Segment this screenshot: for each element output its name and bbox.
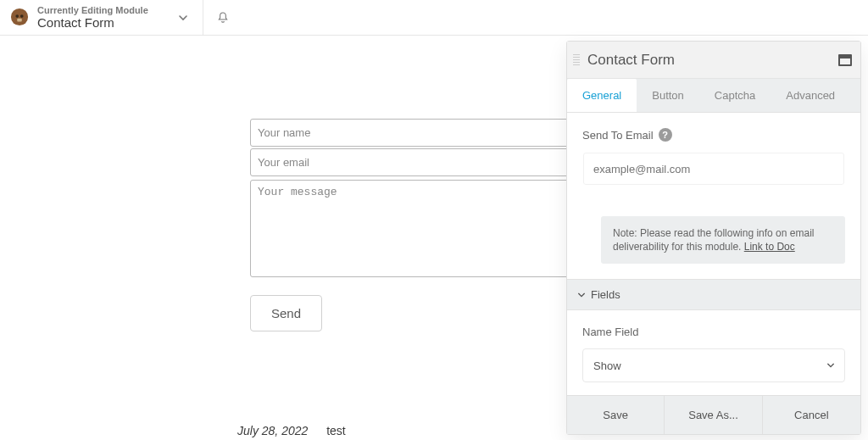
help-icon[interactable]: ? bbox=[659, 128, 672, 142]
deliverability-note: Note: Please read the following info on … bbox=[601, 216, 845, 264]
expand-icon[interactable] bbox=[838, 54, 852, 66]
post-title: test bbox=[326, 424, 346, 437]
tab-general[interactable]: General bbox=[567, 79, 637, 112]
beaver-logo-icon bbox=[10, 8, 29, 26]
send-button[interactable]: Send bbox=[250, 295, 322, 331]
post-date: July 28, 2022 bbox=[237, 424, 308, 437]
chevron-down-icon bbox=[178, 13, 188, 23]
send-to-email-text: Send To Email bbox=[582, 129, 654, 142]
name-field-value: Show bbox=[593, 359, 621, 372]
module-dropdown-caret[interactable] bbox=[164, 13, 203, 23]
tab-advanced[interactable]: Advanced bbox=[771, 79, 850, 112]
send-to-email-label: Send To Email ? bbox=[582, 128, 845, 142]
bell-icon bbox=[216, 11, 230, 25]
chevron-down-icon bbox=[577, 291, 586, 299]
notifications-button[interactable] bbox=[203, 11, 242, 25]
svg-point-2 bbox=[20, 15, 24, 19]
topbar-module-selector[interactable]: Currently Editing Module Contact Form bbox=[0, 5, 164, 31]
panel-header: Contact Form bbox=[567, 42, 860, 79]
svg-point-1 bbox=[15, 15, 19, 19]
settings-panel: Contact Form General Button Captcha Adva… bbox=[566, 41, 861, 435]
editing-prefix: Currently Editing Module bbox=[37, 5, 148, 16]
name-field-label: Name Field bbox=[582, 326, 845, 338]
svg-rect-3 bbox=[17, 19, 22, 22]
save-as-button[interactable]: Save As... bbox=[665, 396, 762, 434]
panel-title: Contact Form bbox=[587, 52, 838, 69]
cancel-button[interactable]: Cancel bbox=[763, 396, 860, 434]
send-to-email-input[interactable] bbox=[582, 152, 845, 186]
post-meta: July 28, 2022 test bbox=[237, 424, 346, 437]
save-button[interactable]: Save bbox=[567, 396, 665, 434]
tab-button[interactable]: Button bbox=[637, 79, 699, 112]
tab-captcha[interactable]: Captcha bbox=[699, 79, 771, 112]
panel-body[interactable]: Send To Email ? Note: Please read the fo… bbox=[567, 113, 860, 395]
fields-section-label: Fields bbox=[591, 288, 620, 301]
fields-section-header[interactable]: Fields bbox=[567, 279, 860, 310]
module-title: Contact Form bbox=[37, 15, 148, 30]
svg-point-0 bbox=[11, 8, 28, 25]
panel-tabs: General Button Captcha Advanced bbox=[567, 79, 860, 113]
top-bar: Currently Editing Module Contact Form bbox=[0, 0, 868, 36]
note-link[interactable]: Link to Doc bbox=[744, 241, 795, 253]
chevron-down-icon bbox=[826, 361, 835, 370]
name-field-select[interactable]: Show bbox=[582, 348, 845, 382]
drag-handle-icon[interactable] bbox=[570, 54, 582, 65]
panel-footer: Save Save As... Cancel bbox=[567, 395, 860, 434]
